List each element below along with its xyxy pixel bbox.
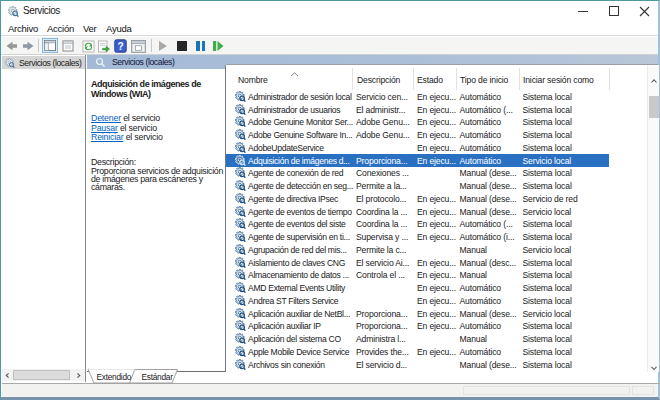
svg-text:Extendido: Extendido (97, 372, 132, 382)
svg-text:Estándar: Estándar (142, 372, 174, 382)
svg-text:?: ? (117, 41, 123, 52)
